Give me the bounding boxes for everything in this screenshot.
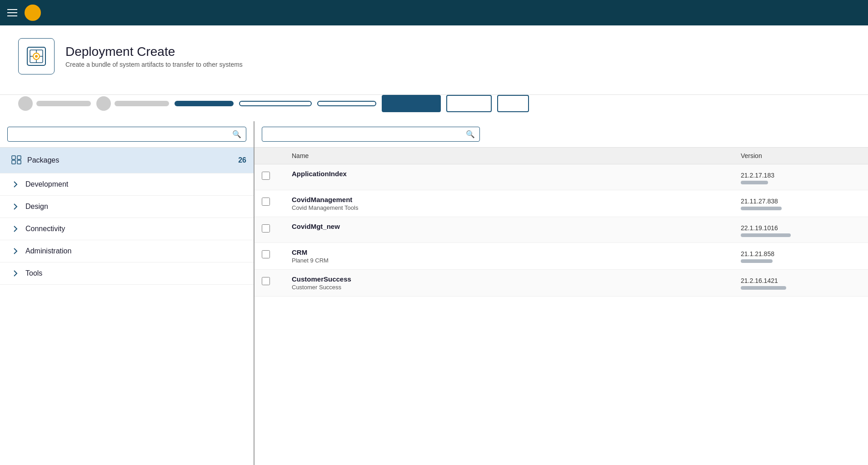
- row-name-0: ApplicationIndex: [284, 170, 733, 178]
- sidebar-item-administration[interactable]: Administration: [0, 240, 254, 262]
- row-main-name-2: CovidMgt_new: [292, 223, 733, 230]
- checkbox-3[interactable]: [262, 250, 270, 258]
- sidebar-item-design[interactable]: Design: [0, 196, 254, 218]
- sidebar-item-tools[interactable]: Tools: [0, 262, 254, 285]
- app-logo: [25, 5, 41, 21]
- development-label: Development: [25, 180, 68, 188]
- step-bar-active: [175, 101, 234, 106]
- header-text-block: Deployment Create Create a bundle of sys…: [65, 45, 243, 68]
- table-body: ApplicationIndex 21.2.17.183 CovidManage…: [254, 164, 868, 297]
- col-header-check: [262, 152, 284, 159]
- row-checkbox-2[interactable]: [262, 223, 284, 232]
- left-search-input-wrap[interactable]: 🔍: [7, 127, 246, 142]
- left-search-icon: 🔍: [232, 130, 241, 139]
- row-version-text-1: 21.11.27.838: [741, 198, 861, 205]
- chevron-right-icon-design: [11, 202, 20, 211]
- row-version-bar-4: [741, 286, 786, 290]
- left-search-bar: 🔍: [0, 121, 254, 148]
- row-name-2: CovidMgt_new: [284, 223, 733, 230]
- row-version-bar-2: [741, 233, 791, 237]
- top-navigation: [0, 0, 868, 25]
- page-subtitle: Create a bundle of system artifacts to t…: [65, 61, 243, 68]
- svg-rect-8: [12, 156, 15, 159]
- row-main-name-3: CRM: [292, 248, 733, 256]
- table-row: CRM Planet 9 CRM 21.1.21.858: [254, 243, 868, 270]
- row-name-4: CustomerSuccess Customer Success: [284, 275, 733, 291]
- step-bar-empty-2: [317, 101, 376, 106]
- row-version-bar-0: [741, 181, 768, 184]
- row-version-bar-3: [741, 259, 773, 263]
- row-name-3: CRM Planet 9 CRM: [284, 248, 733, 264]
- right-search-input[interactable]: [267, 131, 466, 138]
- right-search-input-wrap[interactable]: 🔍: [262, 127, 480, 142]
- right-panel: 🔍 Name Version ApplicationIndex 21.2.17.…: [254, 121, 868, 465]
- table-row: ApplicationIndex 21.2.17.183: [254, 164, 868, 190]
- table-header: Name Version: [254, 148, 868, 164]
- table-row: CustomerSuccess Customer Success 21.2.16…: [254, 270, 868, 297]
- main-content: Deployment Create Create a bundle of sys…: [0, 25, 868, 465]
- row-checkbox-4[interactable]: [262, 275, 284, 285]
- row-version-text-0: 21.2.17.183: [741, 172, 861, 179]
- sidebar-item-connectivity[interactable]: Connectivity: [0, 218, 254, 240]
- col-header-name: Name: [284, 152, 733, 159]
- svg-point-3: [35, 55, 38, 58]
- step-cancel-button[interactable]: [497, 95, 529, 112]
- row-version-3: 21.1.21.858: [733, 248, 861, 263]
- step-bar-1: [36, 101, 91, 106]
- checkbox-1[interactable]: [262, 198, 270, 206]
- left-panel: 🔍 Packages 26: [0, 121, 254, 465]
- right-search-bar: 🔍: [254, 121, 868, 148]
- row-checkbox-1[interactable]: [262, 196, 284, 206]
- step-bar-2: [115, 101, 169, 106]
- row-version-text-2: 22.1.19.1016: [741, 224, 861, 232]
- row-main-name-4: CustomerSuccess: [292, 275, 733, 283]
- chevron-right-icon-tools: [11, 269, 20, 278]
- deployment-create-icon: [18, 38, 55, 74]
- steps-bar: [0, 95, 868, 121]
- row-main-name-0: ApplicationIndex: [292, 170, 733, 178]
- step-bar-empty-1: [239, 101, 312, 106]
- row-version-bar-1: [741, 207, 782, 210]
- panels-container: 🔍 Packages 26: [0, 121, 868, 465]
- table-row: CovidMgt_new 22.1.19.1016: [254, 217, 868, 243]
- row-sub-name-1: Covid Management Tools: [292, 204, 733, 211]
- packages-label: Packages: [27, 156, 59, 164]
- chevron-right-icon-administration: [11, 247, 20, 256]
- row-version-text-4: 21.2.16.1421: [741, 277, 861, 284]
- sidebar-item-development[interactable]: Development: [0, 173, 254, 196]
- step-secondary-button[interactable]: [446, 95, 492, 112]
- row-checkbox-0[interactable]: [262, 170, 284, 180]
- row-name-1: CovidManagement Covid Management Tools: [284, 196, 733, 211]
- table-row: CovidManagement Covid Management Tools 2…: [254, 190, 868, 217]
- checkbox-4[interactable]: [262, 277, 270, 285]
- page-header: Deployment Create Create a bundle of sys…: [0, 25, 868, 95]
- step-group-1: [18, 96, 91, 111]
- row-version-1: 21.11.27.838: [733, 196, 861, 210]
- row-sub-name-3: Planet 9 CRM: [292, 257, 733, 264]
- chevron-right-icon-development: [11, 180, 20, 189]
- sidebar-item-packages[interactable]: Packages 26: [0, 148, 254, 173]
- administration-label: Administration: [25, 247, 71, 255]
- page-title: Deployment Create: [65, 45, 243, 59]
- svg-rect-9: [17, 156, 21, 159]
- row-checkbox-3[interactable]: [262, 248, 284, 258]
- row-sub-name-4: Customer Success: [292, 284, 733, 291]
- connectivity-label: Connectivity: [25, 225, 65, 233]
- hamburger-menu-icon[interactable]: [7, 9, 17, 16]
- step-group-2: [96, 96, 169, 111]
- checkbox-2[interactable]: [262, 224, 270, 232]
- design-label: Design: [25, 203, 48, 211]
- left-search-input[interactable]: [12, 131, 232, 138]
- packages-icon: [11, 154, 22, 167]
- tools-label: Tools: [25, 269, 42, 277]
- checkbox-0[interactable]: [262, 172, 270, 180]
- row-version-text-3: 21.1.21.858: [741, 250, 861, 257]
- packages-count: 26: [238, 156, 246, 164]
- col-header-version: Version: [733, 152, 861, 159]
- step-primary-button[interactable]: [382, 95, 441, 112]
- chevron-right-icon-connectivity: [11, 224, 20, 233]
- row-main-name-1: CovidManagement: [292, 196, 733, 203]
- right-search-icon: 🔍: [466, 130, 475, 139]
- step-circle-1: [18, 96, 33, 111]
- row-version-2: 22.1.19.1016: [733, 223, 861, 237]
